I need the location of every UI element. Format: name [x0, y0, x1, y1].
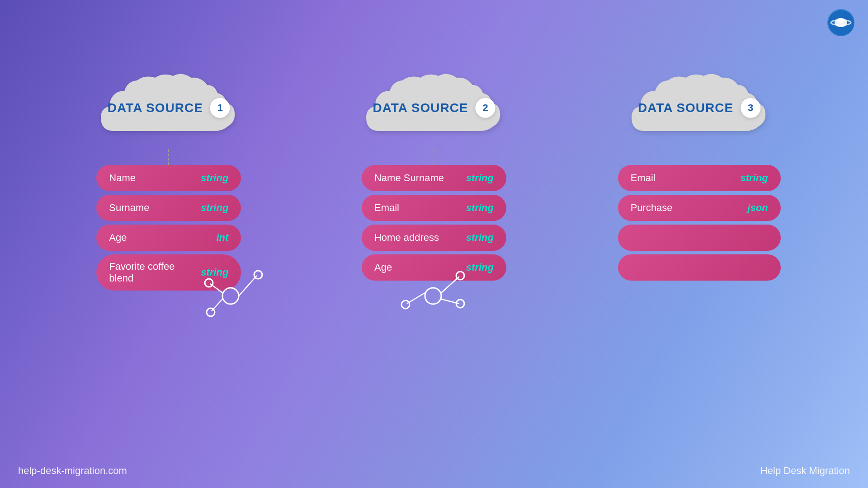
datasource-2-column: DATA SOURCE 2 Name Surname string Email …: [332, 59, 536, 281]
table-row: Email string: [362, 195, 506, 221]
svg-line-16: [441, 299, 459, 304]
footer-left: help-desk-migration.com: [18, 465, 127, 477]
table-row: Home address string: [362, 225, 506, 251]
datasource-2-cloud: DATA SOURCE 2: [357, 59, 511, 149]
field-type: int: [216, 232, 228, 244]
table-row: Favorite coffee blend string: [96, 254, 241, 291]
svg-point-8: [207, 308, 215, 316]
field-type: string: [741, 172, 768, 184]
table-row: Surname string: [96, 195, 241, 221]
field-name: Home address: [374, 232, 439, 244]
connector-1: [168, 149, 169, 165]
datasource-3-number: 3: [741, 98, 760, 118]
connector-2: [434, 149, 434, 165]
field-name: Surname: [109, 202, 149, 214]
field-type: string: [466, 232, 494, 244]
field-type: string: [201, 172, 228, 184]
field-type: string: [466, 202, 494, 214]
field-name: Age: [374, 262, 392, 273]
logo: [827, 9, 854, 36]
field-type: string: [466, 172, 494, 184]
svg-point-3: [838, 18, 844, 23]
datasource-1-table: Name string Surname string Age int Favor…: [96, 165, 241, 291]
datasource-3-title: DATA SOURCE: [638, 101, 733, 115]
table-row: [618, 254, 781, 281]
field-name: Name: [109, 172, 136, 184]
field-type: json: [747, 202, 768, 214]
field-name: Age: [109, 232, 127, 244]
table-row: Age string: [362, 254, 506, 281]
field-name: Email: [374, 202, 399, 214]
table-row: [618, 225, 781, 251]
datasource-3-column: DATA SOURCE 3 Email string Purchase json: [598, 59, 801, 281]
table-row: Email string: [618, 165, 781, 191]
field-type: string: [201, 202, 228, 214]
table-row: Name Surname string: [362, 165, 506, 191]
field-type: string: [466, 262, 494, 273]
field-name: Email: [631, 172, 656, 184]
datasource-1-column: DATA SOURCE 1 Name string Surname string…: [67, 59, 270, 291]
field-type: string: [201, 267, 228, 278]
svg-line-12: [407, 293, 425, 304]
svg-line-7: [212, 299, 222, 311]
table-row: Name string: [96, 165, 241, 191]
svg-point-13: [401, 300, 410, 309]
footer-right: Help Desk Migration: [760, 465, 850, 477]
datasource-2-number: 2: [476, 98, 495, 118]
footer: help-desk-migration.com Help Desk Migrat…: [0, 465, 868, 477]
logo-circle: [827, 9, 854, 36]
svg-point-17: [456, 300, 464, 308]
table-row: Purchase json: [618, 195, 781, 221]
field-name: Purchase: [631, 202, 673, 214]
field-name: Favorite coffee blend: [109, 261, 201, 284]
field-name: Name Surname: [374, 172, 444, 184]
datasource-3-table: Email string Purchase json: [618, 165, 781, 281]
datasource-2-title: DATA SOURCE: [373, 101, 468, 115]
datasource-3-cloud: DATA SOURCE 3: [623, 59, 776, 149]
datasource-1-number: 1: [210, 98, 230, 118]
table-row: Age int: [96, 225, 241, 251]
datasource-1-title: DATA SOURCE: [108, 101, 203, 115]
datasource-1-cloud: DATA SOURCE 1: [92, 59, 245, 149]
datasource-2-table: Name Surname string Email string Home ad…: [362, 165, 506, 281]
main-area: DATA SOURCE 1 Name string Surname string…: [0, 59, 868, 291]
connector-3: [699, 149, 700, 165]
